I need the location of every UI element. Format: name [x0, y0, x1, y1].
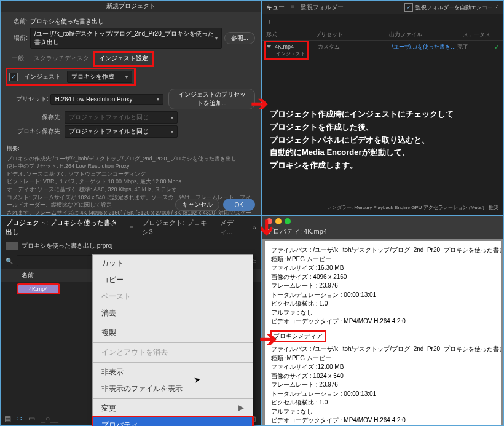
- renderer-value[interactable]: Mercury Playback Engine GPU アクセラレーション (M…: [354, 205, 498, 210]
- location-label: 場所:: [7, 34, 28, 42]
- queue-output[interactable]: /ユーザ/.../を使った書き出し/Proxies/4K_Proxy.mp4: [392, 43, 457, 51]
- queue-preset: カスタム: [318, 43, 392, 51]
- media-encoder-panel: キュー ≡ 監視フォルダー 監視フォルダーを自動エンコード ＋ － 形式プリセッ…: [262, 0, 504, 215]
- preset-label: プリセット:: [7, 95, 48, 103]
- menu-paste: ペースト: [93, 288, 253, 305]
- save-dropdown[interactable]: プロジェクトファイルと同じ: [65, 111, 178, 124]
- menu-show-hidden[interactable]: 非表示のファイルを表示: [93, 381, 253, 397]
- clip-item[interactable]: 4K.mp4: [18, 285, 59, 293]
- tab-ingest[interactable]: インジェスト設定: [94, 52, 153, 66]
- auto-encode-checkbox[interactable]: [404, 3, 413, 12]
- queue-status: 完了: [457, 43, 494, 51]
- location-dropdown[interactable]: /ユーザ/k_itoh/デスクトップ/ブログ_2nd_Pr20_プロキシを使った…: [30, 28, 222, 49]
- remove-icon[interactable]: －: [278, 17, 286, 27]
- tab-watch[interactable]: 監視フォルダー: [301, 3, 344, 12]
- name-value[interactable]: プロキシを使った書き出し: [30, 17, 255, 26]
- settings-tabs: 一般 スクラッチディスク インジェスト設定: [7, 52, 255, 66]
- menu-clear-inout: インとアウトを消去: [93, 344, 253, 361]
- tab-queue[interactable]: キュー: [266, 3, 285, 12]
- menu-duplicate[interactable]: 複製: [93, 325, 253, 341]
- name-label: 名前:: [7, 17, 28, 26]
- summary-heading: 概要:: [1, 143, 261, 154]
- project-thumb: [6, 242, 18, 250]
- ingest-label: インジェスト: [24, 73, 61, 81]
- icon-view-icon[interactable]: ∷: [17, 414, 22, 423]
- context-menu: カット コピー ペースト 消去 複製 インとアウトを消去 非表示 非表示のファイ…: [92, 254, 253, 426]
- select-checkbox[interactable]: [6, 285, 14, 293]
- project-file-name: プロキシを使った書き出し.prproj: [22, 242, 256, 250]
- annotation-text: プロジェクト作成時にインジェストにチェックして プロジェクトを作成した後、 プロ…: [270, 108, 496, 172]
- properties-body: ファイルパス : /ユーザ/k_itoh/デスクトップ/ブログ_2nd_Pr20…: [265, 241, 501, 426]
- browse-button[interactable]: 参照...: [224, 32, 255, 44]
- proxy-save-label: プロキシ保存先:: [7, 127, 62, 136]
- tab-scratch[interactable]: スクラッチディスク: [29, 52, 94, 66]
- ingest-mode-dropdown[interactable]: プロキシを作成: [67, 71, 132, 83]
- proxy-media-heading: プロキシメディア: [271, 331, 325, 342]
- menu-clear[interactable]: 消去: [93, 305, 253, 321]
- tab-project-active[interactable]: プロジェクト: プロキシを使った書き出し: [6, 218, 121, 237]
- disclosure-icon[interactable]: [267, 45, 272, 49]
- renderer-label: レンダラー:: [327, 205, 353, 210]
- zoom-icon[interactable]: [285, 218, 291, 224]
- menu-copy[interactable]: コピー: [93, 272, 253, 288]
- queue-header: 形式プリセット出力ファイルステータス: [262, 30, 503, 41]
- cancel-button[interactable]: キャンセル: [175, 199, 219, 211]
- ok-button[interactable]: OK: [223, 199, 255, 211]
- menu-cut[interactable]: カット: [93, 255, 253, 272]
- proxy-save-dropdown[interactable]: プロジェクトファイルと同じ: [65, 125, 178, 138]
- window-title: プロパティ: 4K.mp4: [262, 227, 503, 239]
- preset-dropdown[interactable]: H.264 Low Resolution Proxy: [50, 94, 163, 105]
- add-icon[interactable]: ＋: [266, 17, 274, 27]
- arrow-annotation-3: ➔: [259, 326, 277, 351]
- ingest-checkbox[interactable]: [9, 73, 18, 81]
- arrow-annotation-1: ➔: [251, 91, 268, 116]
- menu-modify[interactable]: 変更▶: [93, 400, 253, 417]
- new-project-dialog: 新規プロジェクト 名前: プロキシを使った書き出し 場所: /ユーザ/k_ito…: [0, 0, 262, 215]
- list-view-icon[interactable]: ▤: [4, 414, 11, 423]
- arrow-annotation-2: ➔: [255, 219, 280, 236]
- freeform-view-icon[interactable]: ▭: [28, 414, 35, 423]
- tab-project-2[interactable]: プロジェクト: プロキシ3: [142, 218, 211, 237]
- menu-properties[interactable]: プロパティ...: [93, 417, 253, 426]
- dialog-title: 新規プロジェクト: [1, 1, 261, 12]
- save-label: 保存先:: [7, 113, 62, 122]
- properties-window: プロパティ: 4K.mp4 ファイルパス : /ユーザ/k_itoh/デスクトッ…: [262, 215, 504, 426]
- add-preset-button[interactable]: インジェストのプリセットを追加...: [168, 89, 255, 109]
- auto-encode-label: 監視フォルダーを自動エンコード: [415, 4, 498, 12]
- tab-media[interactable]: メディ...: [220, 218, 244, 237]
- tab-general[interactable]: 一般: [7, 52, 29, 66]
- menu-hide[interactable]: 非表示: [93, 364, 253, 381]
- check-icon: ✓: [494, 43, 500, 51]
- zoom-slider[interactable]: ⎯○⎯⎯: [41, 414, 58, 423]
- search-icon[interactable]: 🔍: [6, 258, 13, 264]
